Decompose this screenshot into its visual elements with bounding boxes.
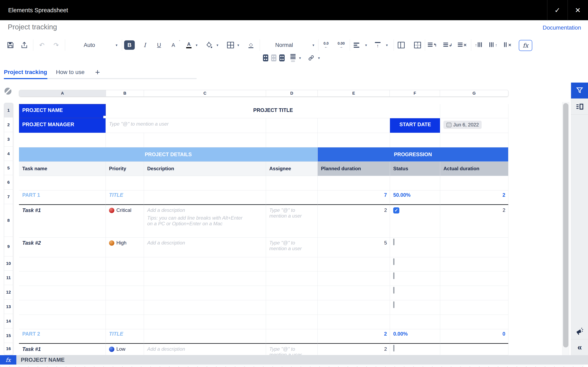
- select-all-icon[interactable]: [4, 88, 11, 95]
- grid-cell[interactable]: [390, 133, 440, 147]
- grid-cell[interactable]: [144, 257, 266, 271]
- cell-a1-project-name[interactable]: PROJECT NAME: [19, 104, 106, 118]
- scrollbar-thumb[interactable]: [563, 103, 568, 347]
- borders-icon[interactable]: [226, 40, 235, 50]
- header-description[interactable]: Description: [144, 162, 266, 176]
- cell-a2-project-manager[interactable]: PROJECT MANAGER: [19, 118, 106, 133]
- grid-cell[interactable]: [106, 315, 144, 329]
- grid-cell[interactable]: [318, 257, 390, 271]
- grid-cell[interactable]: [106, 271, 144, 286]
- cell-task3-assignee[interactable]: Type "@" to mention a user: [266, 344, 318, 355]
- grid-cell[interactable]: [266, 315, 318, 329]
- grid-cell[interactable]: [440, 257, 508, 271]
- underline-button[interactable]: U: [154, 40, 164, 50]
- header-task-name[interactable]: Task name: [19, 162, 106, 176]
- grid-cell[interactable]: [106, 300, 144, 315]
- column-header-e[interactable]: E: [318, 90, 390, 96]
- cell-part2[interactable]: PART 2: [19, 329, 106, 344]
- grid-cell[interactable]: [318, 315, 390, 329]
- cell-task1-name[interactable]: Task #1: [19, 205, 106, 238]
- column-header-a[interactable]: A: [19, 90, 106, 96]
- row-header[interactable]: 1: [4, 103, 13, 117]
- announcements-button[interactable]: [571, 323, 588, 339]
- cell-part1-actual[interactable]: 2: [440, 191, 508, 205]
- formula-fx-button[interactable]: fx: [519, 40, 532, 51]
- insert-row-below-icon[interactable]: ↲: [443, 40, 452, 50]
- status-checkbox[interactable]: [393, 345, 394, 351]
- grid-cell[interactable]: [144, 300, 266, 315]
- merge-cells-icon[interactable]: [263, 54, 268, 61]
- row-header[interactable]: 6: [4, 175, 13, 190]
- cell-part1-title[interactable]: TITLE: [106, 191, 144, 205]
- column-header-f[interactable]: F: [390, 90, 440, 96]
- merge-across-icon[interactable]: [271, 54, 277, 61]
- grid-cell[interactable]: [19, 133, 106, 147]
- row-header[interactable]: 12: [4, 285, 13, 300]
- font-size-select[interactable]: Auto: [84, 40, 95, 50]
- grid-cell[interactable]: [19, 300, 106, 315]
- row-header[interactable]: 9: [4, 237, 13, 257]
- share-icon[interactable]: [20, 40, 29, 50]
- tab-how-to-use[interactable]: How to use: [56, 69, 85, 75]
- formula-value[interactable]: PROJECT NAME: [21, 357, 65, 363]
- status-cell[interactable]: [390, 271, 440, 286]
- cell-task2-description[interactable]: Add a description: [144, 238, 266, 257]
- cell-task3-planned[interactable]: 2: [318, 344, 390, 355]
- vertical-scrollbar[interactable]: [562, 102, 569, 355]
- chevron-down-icon[interactable]: ▼: [215, 40, 220, 50]
- grid-cell[interactable]: [144, 329, 266, 344]
- insert-column-right-icon[interactable]: ↑: [489, 40, 498, 50]
- filter-button[interactable]: [571, 83, 588, 99]
- delete-row-icon[interactable]: ✕: [458, 40, 467, 50]
- grid-cell[interactable]: [266, 176, 318, 191]
- freeze-panes-icon[interactable]: [397, 40, 406, 50]
- status-checkbox[interactable]: [393, 287, 394, 294]
- grid-cell[interactable]: [266, 329, 318, 344]
- status-checkbox[interactable]: [393, 301, 394, 308]
- cell-part2-actual[interactable]: 0: [440, 329, 508, 344]
- bold-button[interactable]: B: [124, 40, 135, 50]
- cell-task2-name[interactable]: Task #2: [19, 238, 106, 257]
- row-header[interactable]: 8: [4, 204, 13, 237]
- unmerge-cells-icon[interactable]: [279, 54, 285, 61]
- grid-cell[interactable]: [266, 118, 318, 133]
- cell-task1-planned[interactable]: 2: [318, 205, 390, 238]
- row-header[interactable]: 5: [4, 161, 13, 175]
- status-checkbox-checked[interactable]: ✓: [393, 207, 399, 213]
- cell-part2-planned[interactable]: 2: [318, 329, 390, 344]
- column-header-b[interactable]: B: [106, 90, 144, 96]
- decrease-decimal-icon[interactable]: 0.0←: [320, 40, 332, 50]
- row-header[interactable]: 13: [4, 300, 13, 314]
- cell-task1-actual[interactable]: 2: [440, 205, 508, 238]
- confirm-button[interactable]: ✓: [547, 0, 567, 20]
- italic-button[interactable]: I: [140, 40, 149, 50]
- row-header[interactable]: 10: [4, 257, 13, 271]
- cell-task2-assignee[interactable]: Type "@" to mention a user: [266, 238, 318, 257]
- status-cell[interactable]: [390, 300, 440, 315]
- grid-cell[interactable]: [266, 271, 318, 286]
- grid-cell[interactable]: [266, 257, 318, 271]
- grid-cell[interactable]: [266, 300, 318, 315]
- header-status[interactable]: Status: [390, 162, 440, 176]
- side-panel-button[interactable]: [571, 99, 588, 114]
- cell-task2-priority[interactable]: High: [106, 238, 144, 257]
- grid-cell[interactable]: [106, 286, 144, 300]
- documentation-link[interactable]: Documentation: [543, 25, 581, 31]
- chevron-down-icon[interactable]: ▼: [364, 40, 368, 50]
- cell-manager-placeholder[interactable]: Type "@" to mention a user: [106, 118, 266, 133]
- superscript-button[interactable]: A°: [169, 40, 178, 50]
- chevron-down-icon[interactable]: ▼: [114, 40, 119, 50]
- status-checkbox[interactable]: [393, 272, 394, 279]
- grid-cell[interactable]: [19, 176, 106, 191]
- table-options-icon[interactable]: [413, 40, 422, 50]
- cell-task3-status[interactable]: [390, 344, 440, 355]
- undo-icon[interactable]: ↶: [37, 40, 47, 50]
- row-header[interactable]: 2: [4, 117, 13, 132]
- chevron-down-icon[interactable]: ▼: [236, 40, 241, 50]
- cell-task2-status[interactable]: [390, 238, 440, 257]
- row-header[interactable]: 4: [4, 147, 13, 161]
- fx-chip[interactable]: fx: [0, 355, 16, 365]
- grid-cell[interactable]: [318, 176, 390, 191]
- cell-task3-description[interactable]: Add a description: [144, 344, 266, 355]
- grid-cell[interactable]: [390, 315, 440, 329]
